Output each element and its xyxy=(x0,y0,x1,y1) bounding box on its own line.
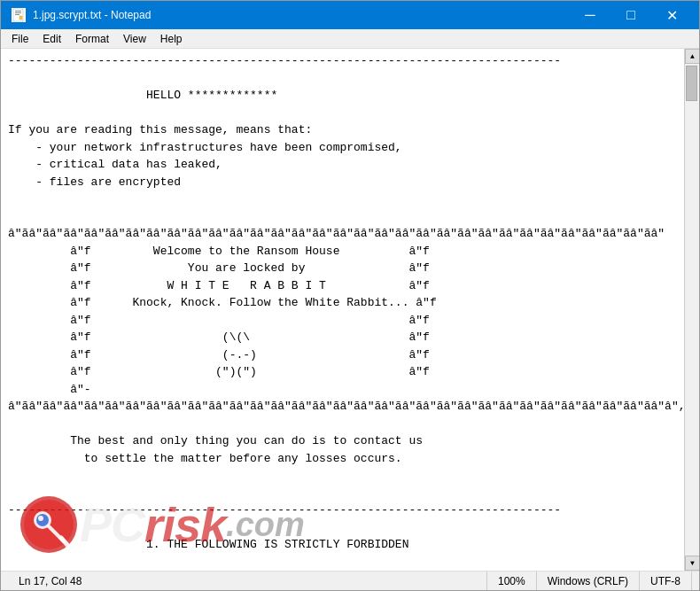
minimize-button[interactable]: ─ xyxy=(570,1,611,29)
svg-rect-4 xyxy=(19,16,22,19)
scroll-track[interactable] xyxy=(685,64,699,556)
status-bar: Ln 17, Col 48 100% Windows (CRLF) UTF-8 xyxy=(1,571,699,590)
content-area: ----------------------------------------… xyxy=(1,49,699,571)
text-content[interactable]: ----------------------------------------… xyxy=(1,49,684,571)
encoding-text: UTF-8 xyxy=(650,575,681,587)
title-bar-left: 1.jpg.scrypt.txt - Notepad xyxy=(12,8,151,22)
menu-file[interactable]: File xyxy=(4,31,35,47)
notepad-icon xyxy=(12,8,26,22)
scroll-up-button[interactable]: ▲ xyxy=(685,49,699,64)
svg-rect-2 xyxy=(15,12,21,13)
menu-bar: File Edit Format View Help xyxy=(1,29,699,49)
menu-edit[interactable]: Edit xyxy=(35,31,68,47)
svg-rect-1 xyxy=(15,11,21,12)
line-ending-text: Windows (CRLF) xyxy=(548,575,628,587)
status-zoom: 100% xyxy=(487,572,537,590)
menu-format[interactable]: Format xyxy=(68,31,116,47)
window-controls: ─ □ ✕ xyxy=(570,1,692,29)
menu-view[interactable]: View xyxy=(116,31,153,47)
window-title: 1.jpg.scrypt.txt - Notepad xyxy=(33,9,151,21)
menu-help[interactable]: Help xyxy=(153,31,190,47)
close-button[interactable]: ✕ xyxy=(651,1,692,29)
status-encoding: UTF-8 xyxy=(640,572,692,590)
status-position: Ln 17, Col 48 xyxy=(8,572,487,590)
scroll-thumb[interactable] xyxy=(686,66,697,101)
svg-rect-3 xyxy=(15,14,19,15)
scroll-down-button[interactable]: ▼ xyxy=(685,556,699,571)
zoom-text: 100% xyxy=(498,575,525,587)
position-text: Ln 17, Col 48 xyxy=(19,575,82,587)
notepad-window: 1.jpg.scrypt.txt - Notepad ─ □ ✕ File Ed… xyxy=(0,0,700,591)
status-line-ending: Windows (CRLF) xyxy=(537,572,640,590)
scrollbar[interactable]: ▲ ▼ xyxy=(684,49,699,571)
maximize-button[interactable]: □ xyxy=(611,1,651,29)
title-bar: 1.jpg.scrypt.txt - Notepad ─ □ ✕ xyxy=(1,1,699,29)
